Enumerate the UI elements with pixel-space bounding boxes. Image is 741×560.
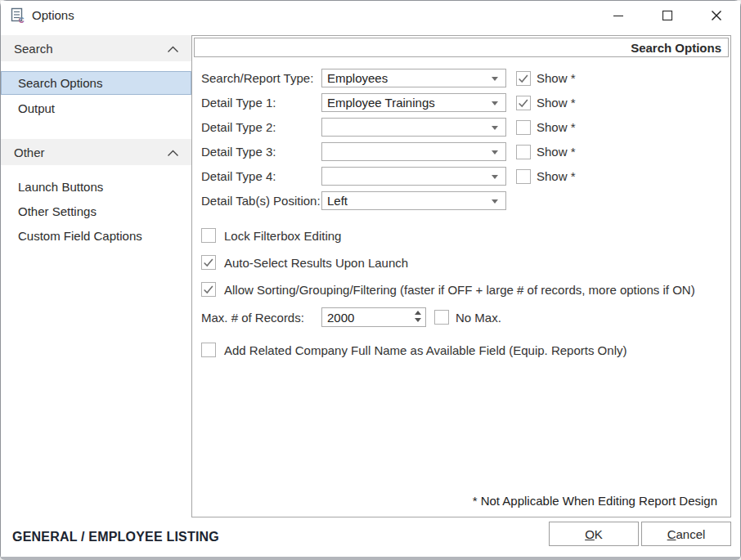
sidebar-item-label: Search Options xyxy=(18,76,102,90)
detail-tabs-position-select[interactable]: Left xyxy=(321,191,506,210)
max-records-value: 2000 xyxy=(322,311,354,325)
window-controls xyxy=(599,2,735,29)
maximize-icon xyxy=(662,10,673,21)
show-label: Show * xyxy=(537,145,576,159)
no-max-label: No Max. xyxy=(456,311,501,325)
detail-type-2-select[interactable] xyxy=(321,118,506,137)
form-row: Search/Report Type: Employees Show * xyxy=(201,69,722,87)
check-icon xyxy=(202,256,215,269)
checkbox-label: Lock Filterbox Editing xyxy=(224,229,341,243)
show-checkbox[interactable] xyxy=(516,96,531,110)
section-label: Search xyxy=(14,42,53,56)
auto-select-row: Auto-Select Results Upon Launch xyxy=(201,255,695,270)
app-icon: c xyxy=(11,7,27,24)
chevron-down-icon xyxy=(492,150,498,155)
combo-value: Employee Trainings xyxy=(322,96,435,110)
lock-filterbox-row: Lock Filterbox Editing xyxy=(201,228,695,243)
sidebar-item-label: Other Settings xyxy=(18,204,97,218)
chevron-down-icon xyxy=(492,175,498,179)
combo-value: Left xyxy=(322,194,348,208)
auto-select-checkbox[interactable] xyxy=(201,255,216,270)
panel-title: Search Options xyxy=(631,41,721,55)
show-checkbox[interactable] xyxy=(516,169,531,184)
check-icon xyxy=(517,96,530,110)
sidebar-item-label: Custom Field Captions xyxy=(18,229,142,243)
maximize-button[interactable] xyxy=(648,2,686,29)
field-label: Detail Type 2: xyxy=(201,120,321,134)
chevron-down-icon xyxy=(492,126,498,130)
show-checkbox[interactable] xyxy=(516,145,531,159)
checkbox-label: Allow Sorting/Grouping/Filtering (faster… xyxy=(224,283,695,297)
section-label: Other xyxy=(14,146,45,159)
chevron-down-icon xyxy=(492,101,498,105)
detail-type-3-select[interactable] xyxy=(321,142,506,161)
field-label: Detail Type 1: xyxy=(201,96,321,110)
sidebar-item-output[interactable]: Output xyxy=(1,96,191,120)
lock-filterbox-checkbox[interactable] xyxy=(201,228,216,243)
show-label: Show * xyxy=(537,120,576,134)
related-company-row: Add Related Company Full Name as Availab… xyxy=(201,343,626,357)
search-options-panel: Search Options Search/Report Type: Emplo… xyxy=(191,35,731,517)
field-label: Search/Report Type: xyxy=(201,71,321,85)
minimize-button[interactable] xyxy=(599,2,637,29)
stepper-arrows[interactable] xyxy=(415,311,421,322)
checkbox-label: Auto-Select Results Upon Launch xyxy=(224,256,408,270)
chevron-up-icon xyxy=(167,146,179,159)
sidebar-item-other-settings[interactable]: Other Settings xyxy=(1,199,191,223)
form: Search/Report Type: Employees Show * Det… xyxy=(201,69,722,216)
check-icon xyxy=(202,283,215,296)
show-checkbox[interactable] xyxy=(516,71,531,86)
field-label: Detail Tab(s) Position: xyxy=(201,194,321,208)
sidebar: Search Search Options Output Other Launc… xyxy=(1,34,191,520)
related-company-checkbox[interactable] xyxy=(201,343,216,357)
detail-type-1-select[interactable]: Employee Trainings xyxy=(321,93,506,112)
footnote: * Not Applicable When Editing Report Des… xyxy=(473,494,717,508)
sidebar-section-search[interactable]: Search xyxy=(1,35,191,61)
checkbox-label: Add Related Company Full Name as Availab… xyxy=(224,343,626,357)
chevron-down-icon xyxy=(492,77,498,81)
search-report-type-select[interactable]: Employees xyxy=(321,69,506,87)
form-row: Detail Type 4: Show * xyxy=(201,167,722,186)
no-max-checkbox[interactable] xyxy=(434,310,449,325)
check-icon xyxy=(517,72,530,85)
arrow-up-icon[interactable] xyxy=(415,311,421,315)
close-icon xyxy=(711,10,722,21)
max-records-stepper[interactable]: 2000 xyxy=(321,307,426,327)
combo-value: Employees xyxy=(322,71,388,85)
show-label: Show * xyxy=(537,71,576,85)
sidebar-item-launch-buttons[interactable]: Launch Buttons xyxy=(1,175,191,199)
allow-sorting-row: Allow Sorting/Grouping/Filtering (faster… xyxy=(201,282,695,297)
context-label: GENERAL / EMPLOYEE LISTING xyxy=(12,530,219,544)
form-row: Detail Type 2: Show * xyxy=(201,118,722,137)
field-label: Detail Type 4: xyxy=(201,169,321,183)
svg-text:c: c xyxy=(19,13,25,24)
chevron-down-icon xyxy=(492,199,498,204)
sidebar-item-label: Output xyxy=(18,101,55,115)
options-dialog: c Options Search Search Options xyxy=(0,0,741,560)
sidebar-section-other[interactable]: Other xyxy=(1,139,191,165)
chevron-up-icon xyxy=(167,42,179,56)
minimize-icon xyxy=(613,10,624,21)
form-row: Detail Tab(s) Position: Left xyxy=(201,191,722,210)
cancel-button[interactable]: Cancel xyxy=(641,522,731,546)
show-checkbox[interactable] xyxy=(516,120,531,135)
window-title: Options xyxy=(32,8,74,22)
show-label: Show * xyxy=(537,169,576,183)
footer: GENERAL / EMPLOYEE LISTING OK Cancel xyxy=(1,521,740,557)
sidebar-item-custom-field-captions[interactable]: Custom Field Captions xyxy=(1,224,191,248)
show-label: Show * xyxy=(537,96,576,110)
max-records-label: Max. # of Records: xyxy=(201,311,321,325)
ok-button[interactable]: OK xyxy=(549,522,639,546)
detail-type-4-select[interactable] xyxy=(321,167,506,186)
form-row: Detail Type 3: Show * xyxy=(201,142,722,161)
option-checkboxes: Lock Filterbox Editing Auto-Select Resul… xyxy=(201,228,695,309)
field-label: Detail Type 3: xyxy=(201,145,321,159)
allow-sorting-checkbox[interactable] xyxy=(201,282,216,297)
titlebar: c Options xyxy=(1,1,740,34)
arrow-down-icon[interactable] xyxy=(415,318,421,322)
max-records-row: Max. # of Records: 2000 No Max. xyxy=(201,307,501,327)
form-row: Detail Type 1: Employee Trainings Show * xyxy=(201,93,722,112)
sidebar-item-search-options[interactable]: Search Options xyxy=(1,71,191,95)
close-button[interactable] xyxy=(697,2,735,29)
sidebar-item-label: Launch Buttons xyxy=(18,180,103,194)
